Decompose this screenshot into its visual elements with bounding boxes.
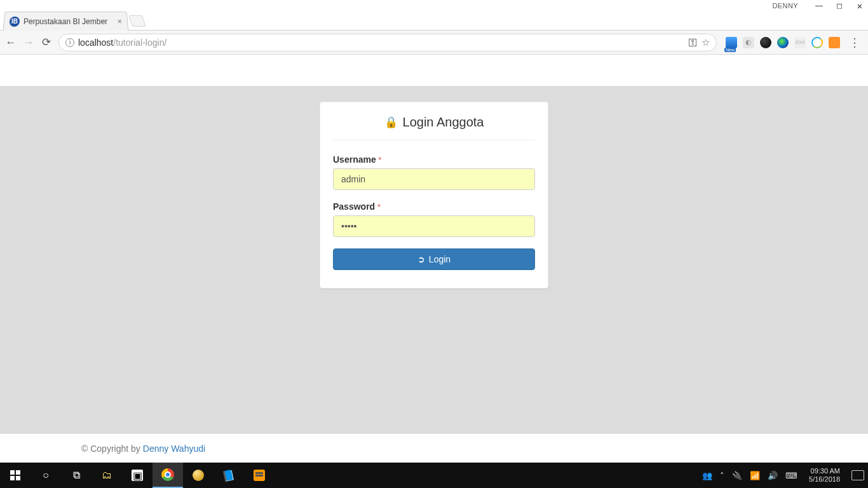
wifi-icon[interactable]: 📶 <box>750 471 760 480</box>
tab-close-icon[interactable]: × <box>117 17 123 26</box>
tab-favicon: IB <box>9 17 20 27</box>
username-group: Username * <box>333 154 535 190</box>
footer-prefix: © Copyright by <box>81 444 140 454</box>
app-book-icon[interactable]: 📘 <box>211 459 246 488</box>
address-bar[interactable]: i localhost/tutorial-login/ ⚿ ☆ <box>58 34 717 51</box>
cortana-icon[interactable]: ○ <box>31 463 61 488</box>
extension-orange-icon[interactable] <box>829 37 840 48</box>
new-tab-button[interactable] <box>128 15 146 27</box>
clock-time: 09:30 AM <box>809 467 840 475</box>
taskbar: ○ ⧉ 🗂 ▣ 📘 👥 ˄ 🔌 📶 🔊 ⌨ 09:30 AM 5/16/2018 <box>0 463 868 488</box>
svg-rect-3 <box>16 476 20 480</box>
svg-rect-2 <box>10 476 15 480</box>
required-mark: * <box>377 202 381 212</box>
chrome-taskbar-icon[interactable] <box>153 463 183 488</box>
url-text: localhost/tutorial-login/ <box>78 37 166 48</box>
lock-icon: 🔒 <box>384 116 398 129</box>
forward-icon[interactable]: → <box>23 37 34 48</box>
taskbar-clock[interactable]: 09:30 AM 5/16/2018 <box>805 467 844 483</box>
page-body: 🔒 Login Anggota Username * Password * Lo… <box>0 86 868 433</box>
toolbar: ← → ⟳ i localhost/tutorial-login/ ⚿ ☆ ◐ … <box>0 30 868 55</box>
store-icon[interactable]: ▣ <box>122 463 153 488</box>
tab-strip: IB Perpustakaan BI Jember × <box>0 11 868 30</box>
url-host: localhost <box>78 37 113 48</box>
required-mark: * <box>378 155 381 165</box>
extensions: ◐ IDM <box>726 37 840 48</box>
svg-rect-1 <box>16 470 20 475</box>
page-viewport: 🔒 Login Anggota Username * Password * Lo… <box>0 55 868 463</box>
app-gold-icon[interactable] <box>183 463 214 488</box>
login-button[interactable]: Login <box>333 248 535 270</box>
url-path: /tutorial-login/ <box>113 37 166 48</box>
tab-title: Perpustakaan BI Jember <box>24 17 114 26</box>
back-icon[interactable]: ← <box>5 37 17 48</box>
chrome-menu-icon[interactable]: ⋮ <box>846 36 863 50</box>
sublime-icon[interactable] <box>244 463 275 488</box>
tray-chevron-icon[interactable]: ˄ <box>720 471 724 480</box>
minimize-icon[interactable]: — <box>815 1 824 10</box>
login-button-label: Login <box>429 254 451 264</box>
password-group: Password * <box>333 201 535 237</box>
extension-donut-icon[interactable] <box>811 37 823 48</box>
extension-idm-icon[interactable]: IDM <box>794 37 806 48</box>
site-info-icon[interactable]: i <box>65 38 74 47</box>
close-icon[interactable]: × <box>855 1 864 11</box>
password-label: Password <box>333 201 375 212</box>
panel-title: 🔒 Login Anggota <box>333 115 535 140</box>
extension-dark-icon[interactable] <box>760 37 771 48</box>
username-input[interactable] <box>333 168 535 190</box>
file-explorer-icon[interactable]: 🗂 <box>92 463 122 488</box>
keyboard-icon[interactable]: ⌨ <box>785 471 797 480</box>
page-footer: © Copyright by Denny Wahyudi <box>0 433 868 463</box>
system-tray: 👥 ˄ 🔌 📶 🔊 ⌨ 09:30 AM 5/16/2018 <box>702 467 868 483</box>
panel-title-text: Login Anggota <box>403 115 484 130</box>
action-center-icon[interactable] <box>851 470 864 480</box>
volume-icon[interactable]: 🔊 <box>768 471 778 480</box>
window-controls: DENNY — ◻ × <box>0 0 868 11</box>
start-button[interactable] <box>0 463 31 488</box>
extension-grey-icon[interactable]: ◐ <box>743 37 754 48</box>
extension-rainbow-icon[interactable] <box>777 37 789 48</box>
chrome-profile-name[interactable]: DENNY <box>772 2 798 10</box>
password-input[interactable] <box>333 215 535 237</box>
svg-rect-0 <box>10 470 15 475</box>
reload-icon[interactable]: ⟳ <box>41 37 52 48</box>
footer-author-link[interactable]: Denny Wahyudi <box>143 444 205 454</box>
signin-icon <box>417 254 425 264</box>
taskview-icon[interactable]: ⧉ <box>61 463 92 488</box>
login-panel: 🔒 Login Anggota Username * Password * Lo… <box>320 102 548 288</box>
page-topbar <box>0 55 868 86</box>
saved-password-key-icon[interactable]: ⚿ <box>688 37 698 48</box>
extension-screencast-icon[interactable] <box>726 37 737 48</box>
username-label: Username <box>333 154 376 165</box>
browser-tab[interactable]: IB Perpustakaan BI Jember × <box>3 11 129 30</box>
power-icon[interactable]: 🔌 <box>732 471 742 480</box>
maximize-icon[interactable]: ◻ <box>835 1 844 10</box>
bookmark-star-icon[interactable]: ☆ <box>702 37 710 48</box>
people-icon[interactable]: 👥 <box>702 471 712 480</box>
clock-date: 5/16/2018 <box>809 475 840 484</box>
